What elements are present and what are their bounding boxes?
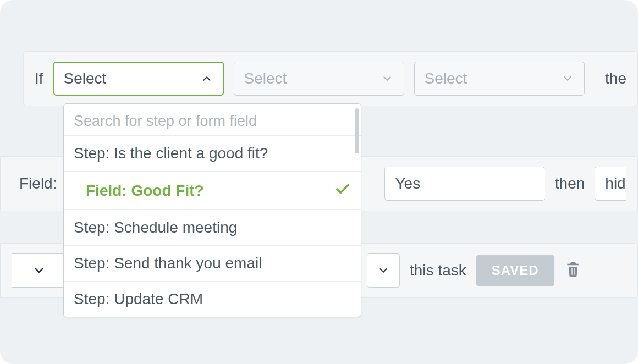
dropdown-option-label: Step: Send thank you email xyxy=(74,255,262,272)
action-box-partial[interactable]: hid xyxy=(595,167,626,201)
chevron-down-icon xyxy=(381,72,394,85)
field-select-dropdown: Step: Is the client a good fit? Field: G… xyxy=(63,103,361,317)
check-icon xyxy=(334,180,351,201)
dropdown-option[interactable]: Step: Schedule meeting xyxy=(64,209,361,245)
condition-value-select[interactable]: Select xyxy=(414,62,585,96)
condition-value-select-label: Select xyxy=(425,70,468,87)
saved-button-label: SAVED xyxy=(492,263,539,278)
condition-row-1: If Select Select Select the xyxy=(23,51,638,106)
dropdown-option[interactable]: Step: Send thank you email xyxy=(64,245,361,281)
dropdown-option[interactable]: Step: Is the client a good fit? xyxy=(64,135,361,171)
rule-builder-viewport: If Select Select Select the Field: Yes xyxy=(0,0,638,364)
dropdown-option-list: Step: Is the client a good fit? Field: G… xyxy=(64,135,361,317)
chevron-up-icon xyxy=(200,72,213,85)
if-label: If xyxy=(35,70,43,87)
dropdown-search-input[interactable] xyxy=(74,113,351,130)
action-box-text: hid xyxy=(605,175,625,192)
chevron-down-icon xyxy=(561,72,574,85)
dropdown-option-label: Step: Update CRM xyxy=(74,290,203,308)
then-label-fragment: the xyxy=(605,70,626,87)
condition-value-box[interactable]: Yes xyxy=(384,167,544,201)
dropdown-option-label: Step: Schedule meeting xyxy=(74,219,237,236)
condition-operator-select[interactable]: Select xyxy=(234,62,404,96)
dropdown-option[interactable]: Field: Good Fit? xyxy=(64,171,361,209)
chevron-down-icon xyxy=(32,264,46,277)
dropdown-option[interactable]: Step: Update CRM xyxy=(64,281,361,317)
action-select-left[interactable] xyxy=(12,253,67,288)
saved-button: SAVED xyxy=(476,255,554,286)
condition-value-text: Yes xyxy=(395,175,420,192)
this-task-label: this task xyxy=(410,262,466,279)
dropdown-option-label: Step: Is the client a good fit? xyxy=(74,145,268,162)
then-label: then xyxy=(555,175,585,192)
chevron-down-icon xyxy=(377,264,389,277)
action-select-right[interactable] xyxy=(367,253,400,288)
condition-operator-select-label: Select xyxy=(244,70,287,87)
condition-field-select-label: Select xyxy=(64,70,107,87)
trash-icon[interactable] xyxy=(564,260,582,282)
dropdown-option-label: Field: Good Fit? xyxy=(86,182,204,200)
condition-field-select[interactable]: Select xyxy=(53,62,224,96)
field-label-prefix: Field: xyxy=(19,175,57,192)
dropdown-scrollbar[interactable] xyxy=(355,108,359,153)
